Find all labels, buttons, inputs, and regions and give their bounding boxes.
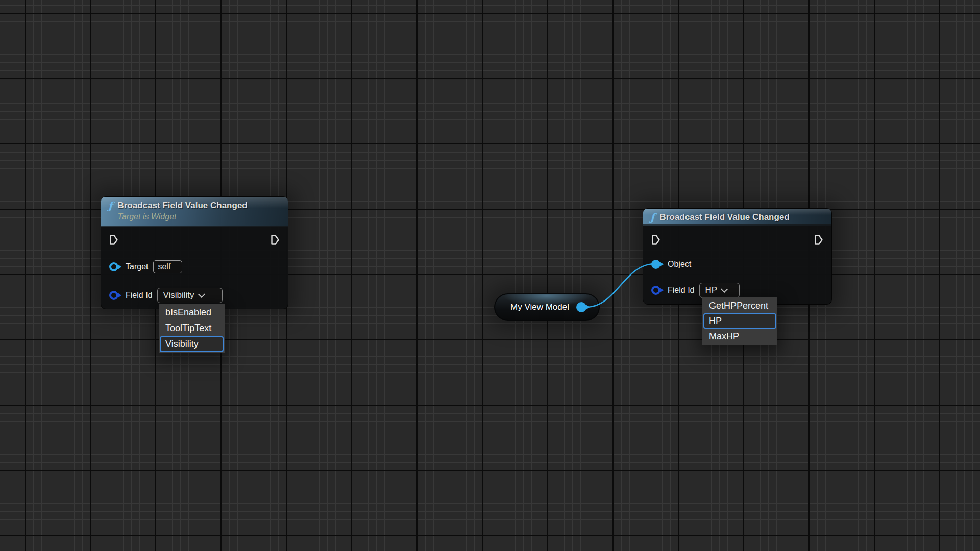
field-id-combobox-value: Visibility — [163, 290, 194, 300]
exec-pin-row — [651, 234, 823, 245]
dropdown-item-selected[interactable]: Visibility — [160, 336, 224, 352]
field-id-pin-label: Field Id — [126, 291, 152, 300]
node-title: Broadcast Field Value Changed — [660, 211, 790, 223]
exec-pin-row — [109, 234, 280, 245]
target-value-input[interactable] — [153, 260, 182, 273]
target-pin-row: Target — [109, 259, 182, 274]
node-subtitle: Target is Widget — [118, 212, 248, 222]
node-broadcast-field-value-changed-left[interactable]: ƒ Broadcast Field Value Changed Target i… — [101, 196, 288, 309]
function-icon: ƒ — [650, 211, 655, 223]
node-header-text: Broadcast Field Value Changed Target is … — [118, 199, 248, 222]
field-id-combobox[interactable]: Visibility — [157, 288, 223, 303]
node-header: ƒ Broadcast Field Value Changed Target i… — [101, 197, 288, 227]
variable-node-label: My View Model — [510, 302, 569, 312]
field-id-pin[interactable] — [651, 286, 660, 295]
function-icon: ƒ — [108, 199, 113, 212]
node-header: ƒ Broadcast Field Value Changed — [643, 209, 831, 226]
view-model-output-pin[interactable] — [576, 302, 586, 312]
chevron-down-icon — [721, 285, 728, 292]
node-broadcast-field-value-changed-right[interactable]: ƒ Broadcast Field Value Changed Object F… — [643, 208, 832, 305]
object-pin-label: Object — [668, 260, 691, 269]
exec-out-pin[interactable] — [271, 234, 280, 245]
target-pin-label: Target — [126, 262, 148, 271]
exec-out-pin[interactable] — [814, 234, 823, 245]
field-id-pin-row: Field Id HP — [651, 283, 740, 298]
field-id-combobox-value: HP — [705, 285, 717, 295]
target-pin[interactable] — [109, 262, 118, 271]
exec-in-pin[interactable] — [651, 234, 660, 245]
field-id-pin[interactable] — [109, 291, 118, 300]
object-pin[interactable] — [651, 260, 660, 269]
dropdown-item[interactable]: MaxHP — [703, 329, 776, 344]
dropdown-item-selected[interactable]: HP — [703, 313, 776, 329]
field-id-pin-row: Field Id Visibility — [109, 288, 223, 303]
exec-in-pin[interactable] — [109, 234, 118, 245]
field-id-pin-label: Field Id — [668, 286, 694, 295]
node-title: Broadcast Field Value Changed — [118, 199, 248, 212]
blueprint-graph-canvas[interactable]: ƒ Broadcast Field Value Changed Target i… — [0, 0, 980, 551]
chevron-down-icon — [198, 290, 205, 297]
dropdown-item[interactable]: GetHPPercent — [703, 298, 776, 313]
field-id-combobox[interactable]: HP — [699, 283, 740, 298]
node-my-view-model[interactable]: My View Model — [494, 293, 600, 321]
dropdown-item[interactable]: ToolTipText — [160, 320, 224, 336]
dropdown-item[interactable]: bIsEnabled — [160, 305, 224, 320]
field-id-dropdown-menu-right: GetHPPercent HP MaxHP — [702, 297, 777, 345]
object-pin-row: Object — [651, 257, 691, 272]
field-id-dropdown-menu-left: bIsEnabled ToolTipText Visibility — [159, 304, 225, 353]
